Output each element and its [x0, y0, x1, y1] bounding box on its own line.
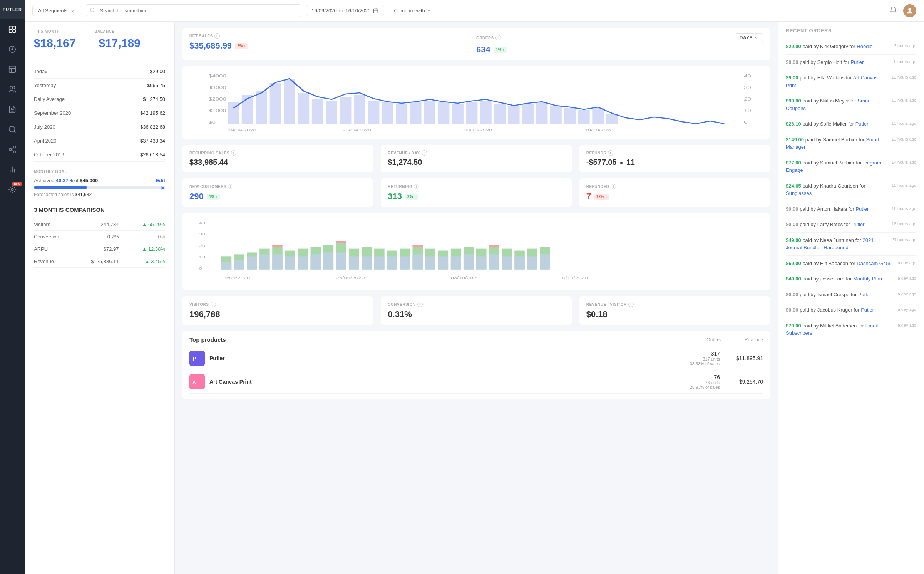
order-product-link[interactable]: Putler [861, 307, 874, 313]
stat-yesterday-label: Yesterday [34, 82, 56, 88]
svg-rect-115 [362, 256, 372, 269]
orders-badge: 1% ↑ [494, 47, 507, 53]
svg-rect-105 [234, 260, 244, 270]
order-list-item: $149.00 paid by Samuel Barbier for Smart… [786, 132, 916, 155]
order-amount: $0.00 [786, 222, 798, 227]
user-avatar[interactable] [903, 4, 916, 17]
sidebar-item-charts[interactable] [0, 159, 25, 180]
order-product-link[interactable]: Monthly Plan [853, 276, 882, 282]
putler-orders: 317 317 units 33.33% of sales [690, 351, 720, 366]
sidebar-item-orders[interactable] [0, 59, 25, 79]
net-sales-info-icon[interactable]: i [214, 33, 220, 39]
days-button[interactable]: Days [735, 33, 763, 42]
goal-amount: $45,000 [80, 178, 98, 183]
order-amount: $26.10 [786, 121, 801, 127]
order-product-link[interactable]: Dashcam G459 [857, 260, 891, 266]
sidebar-item-sales[interactable] [0, 39, 25, 59]
sidebar-item-affiliates[interactable] [0, 139, 25, 159]
returning-info-icon[interactable]: i [414, 184, 419, 189]
order-amount: $149.00 [786, 137, 804, 143]
svg-rect-58 [522, 104, 534, 124]
svg-rect-107 [259, 254, 270, 269]
sub-metrics-row: RECURRING SALES i $33,985.44 REVENUE / D… [182, 145, 770, 172]
order-product-link[interactable]: Putler [852, 222, 865, 227]
svg-rect-85 [336, 241, 346, 243]
order-detail: $0.00 paid by Jacobus Kruger for Putler [786, 306, 894, 314]
order-detail: $24.65 paid by Khadra Geurtsen for Sungl… [786, 182, 888, 197]
stat-sep2020-val: $42,195.62 [140, 110, 165, 116]
goal-progress-bar [34, 186, 87, 189]
returning-badge: 2% ↑ [405, 194, 418, 200]
order-time: 21 hours ago [892, 237, 916, 252]
svg-rect-79 [272, 245, 282, 247]
svg-rect-22 [373, 9, 378, 13]
svg-rect-128 [527, 256, 537, 269]
svg-line-21 [93, 11, 94, 12]
order-list-item: $26.10 paid by Sofie Møller for Putler 1… [786, 116, 916, 132]
search-input[interactable] [86, 4, 301, 17]
visitors-info-icon[interactable]: i [211, 302, 216, 307]
months-visitors: Visitors 244,734 ▲ 65.29% [34, 218, 165, 231]
order-list-item: $0.00 paid by Sergio Holt for Putler 9 h… [786, 55, 916, 70]
revenue-day-info-icon[interactable]: i [422, 150, 427, 156]
stat-daily-avg-val: $1,274.50 [143, 96, 165, 102]
order-time: 12 hours ago [892, 74, 916, 89]
date-range-picker[interactable]: 19/09/2020 to 16/10/2020 [306, 5, 384, 16]
stat-header: THIS MONTH BALANCE [34, 29, 165, 34]
svg-rect-50 [410, 102, 422, 124]
date-from: 19/09/2020 [312, 8, 337, 13]
svg-rect-122 [451, 256, 461, 269]
revenue-visitor-info-icon[interactable]: i [628, 302, 634, 307]
order-time: 18 hours ago [892, 221, 916, 228]
art-canvas-orders: 76 76 units 25.93% of sales [690, 374, 720, 389]
svg-rect-129 [540, 254, 550, 269]
order-list-item: $77.00 paid by Samuel Barbier for Icegra… [786, 155, 916, 178]
svg-rect-48 [382, 102, 393, 124]
product-row-art-canvas: A Art Canvas Print 76 76 units 25.93% of… [189, 370, 763, 394]
goal-pct: 40.37% [56, 178, 73, 183]
svg-text:$3000: $3000 [209, 86, 226, 90]
revenue-visitor-val: $0.18 [586, 309, 763, 319]
orders-info-icon[interactable]: i [495, 35, 501, 40]
refunds-val: -$577.05 11 [586, 158, 763, 167]
refunded-val: 7 [586, 191, 591, 201]
svg-rect-114 [349, 256, 359, 269]
stats-list: Today $29.00 Yesterday $965.75 Daily Ave… [34, 65, 165, 162]
svg-rect-2 [9, 30, 12, 32]
refunded-info-icon[interactable]: i [611, 184, 616, 189]
goal-edit-button[interactable]: Edit [156, 178, 165, 183]
segment-dropdown[interactable]: All Segments [32, 5, 81, 16]
svg-point-12 [9, 148, 12, 151]
order-product-link[interactable]: Hoodie [857, 44, 872, 49]
order-list-item: $49.00 paid by Jesse Lord for Monthly Pl… [786, 271, 916, 287]
order-time: a day ago [898, 306, 916, 314]
new-customers-badge: 1% ↑ [207, 194, 220, 200]
svg-rect-1 [13, 26, 15, 29]
sidebar-item-analytics[interactable] [0, 119, 25, 139]
compare-button[interactable]: Compare with [389, 5, 437, 16]
sidebar-item-customers[interactable] [0, 79, 25, 99]
new-customers-info-icon[interactable]: i [228, 184, 233, 189]
svg-text:03/10/2020: 03/10/2020 [464, 128, 492, 132]
order-product-link[interactable]: Putler [855, 206, 869, 212]
order-time: 13 hours ago [892, 97, 916, 112]
recurring-info-icon[interactable]: i [231, 150, 236, 156]
svg-rect-52 [438, 102, 450, 124]
sidebar-item-dashboard[interactable] [0, 19, 25, 39]
order-product-link[interactable]: Putler [855, 121, 869, 127]
conversion-info-icon[interactable]: i [417, 302, 423, 307]
order-product-link[interactable]: Putler [850, 59, 864, 65]
order-detail: $9.00 paid by Ella Watkins for Art Canva… [786, 74, 888, 89]
sidebar-item-integrations[interactable]: new [0, 180, 25, 200]
order-product-link[interactable]: Sunglasses [786, 190, 812, 196]
svg-text:10: 10 [744, 109, 751, 113]
notification-icon[interactable] [889, 6, 897, 15]
svg-rect-123 [464, 254, 474, 269]
refunds-info-icon[interactable]: i [608, 150, 613, 156]
order-product-link[interactable]: Putler [858, 292, 871, 297]
sidebar-item-reports[interactable] [0, 99, 25, 119]
order-amount: $9.00 [786, 75, 798, 81]
compare-label: Compare with [394, 8, 425, 13]
order-amount: $79.00 [786, 323, 801, 329]
svg-text:$1000: $1000 [209, 109, 226, 113]
